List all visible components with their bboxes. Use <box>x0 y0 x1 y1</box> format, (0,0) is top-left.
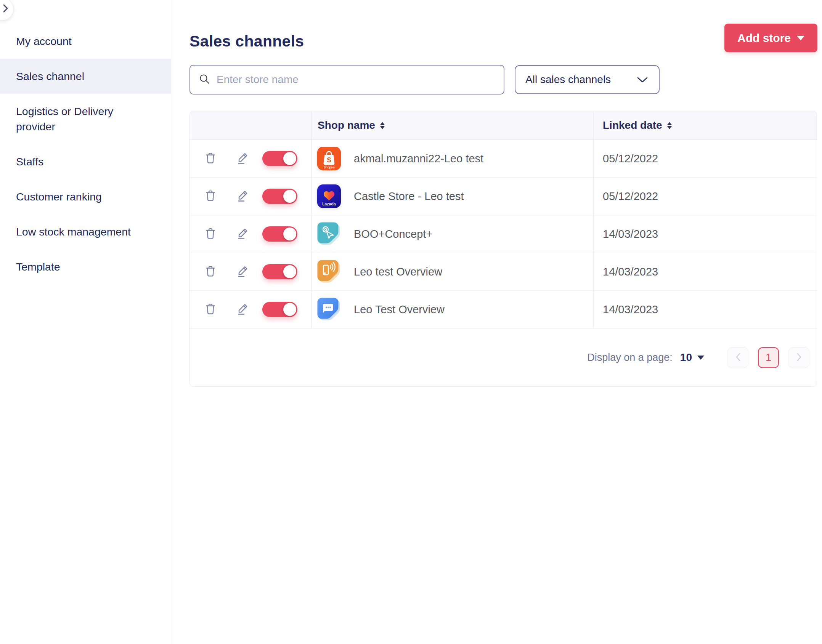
sidebar-item-customer-ranking[interactable]: Customer ranking <box>0 179 171 214</box>
edit-button[interactable] <box>236 264 249 279</box>
toggle-knob <box>283 190 296 203</box>
edit-button[interactable] <box>236 227 249 242</box>
channel-enabled-toggle[interactable] <box>262 189 297 204</box>
chat-bubble-icon <box>317 297 341 322</box>
shop-cell: Leo Test Overview <box>311 291 593 328</box>
toggle-knob <box>283 303 296 316</box>
shop-name: Castle Store - Leo test <box>354 190 464 203</box>
sidebar-item-sales-channel[interactable]: Sales channel <box>0 59 171 94</box>
page-title: Sales channels <box>189 32 304 50</box>
chevron-left-icon <box>735 352 741 363</box>
add-store-label: Add store <box>737 32 791 45</box>
delete-button[interactable] <box>204 302 217 317</box>
sort-icon[interactable] <box>667 122 672 129</box>
column-header-linked-date[interactable]: Linked date <box>593 111 817 139</box>
lazada-icon: Lazada <box>317 184 341 208</box>
store-search <box>189 65 504 95</box>
card-contactless-icon <box>317 260 341 284</box>
pencil-icon <box>236 264 249 279</box>
shop-name-header-label: Shop name <box>318 119 375 131</box>
row-actions <box>190 291 311 328</box>
shop-cell: SShopee akmal.muzanni22-Leo test <box>311 140 593 177</box>
pencil-icon <box>236 227 249 242</box>
table-footer: Display on a page: 10 1 <box>190 328 817 386</box>
chevron-down-icon <box>637 74 648 86</box>
row-actions <box>190 140 311 177</box>
sidebar-item-my-account[interactable]: My account <box>0 24 171 59</box>
click-cursor-icon <box>317 222 341 246</box>
shop-name: Leo test Overview <box>354 266 442 278</box>
trash-icon <box>204 264 217 279</box>
table-row: Lazada Castle Store - Leo test 05/12/202… <box>190 178 817 215</box>
toggle-knob <box>283 152 296 165</box>
edit-button[interactable] <box>236 189 249 204</box>
svg-text:S: S <box>327 156 331 164</box>
shop-cell: Leo test Overview <box>311 253 593 290</box>
row-actions <box>190 178 311 215</box>
channel-filter-select[interactable]: All sales channels <box>515 65 660 94</box>
delete-button[interactable] <box>204 264 217 279</box>
table-row: BOO+Concept+ 14/03/2023 <box>190 215 817 253</box>
edit-button[interactable] <box>236 302 249 317</box>
sidebar-nav: My account Sales channel Logistics or De… <box>0 0 171 284</box>
next-page-button[interactable] <box>788 347 809 368</box>
trash-icon <box>204 302 217 317</box>
shop-cell: Lazada Castle Store - Leo test <box>311 178 593 215</box>
page-1-button[interactable]: 1 <box>758 347 779 368</box>
sidebar-item-logistics[interactable]: Logistics or Delivery provider <box>0 94 171 144</box>
toggle-knob <box>283 227 296 240</box>
lazada-icon-label: Lazada <box>322 202 336 206</box>
search-input[interactable] <box>216 73 495 86</box>
channel-filter-value: All sales channels <box>525 74 611 86</box>
toggle-knob <box>283 265 296 278</box>
caret-down-icon <box>797 36 804 40</box>
search-icon <box>199 73 210 86</box>
row-actions <box>190 215 311 253</box>
trash-icon <box>204 189 217 204</box>
channel-enabled-toggle[interactable] <box>262 151 297 166</box>
sort-icon[interactable] <box>380 122 385 129</box>
shop-cell: BOO+Concept+ <box>311 215 593 253</box>
sales-channels-page: Sales channels Add store All sales chann… <box>171 0 822 644</box>
page-size-value[interactable]: 10 <box>680 351 692 364</box>
edit-button[interactable] <box>236 151 249 166</box>
linked-date-cell: 14/03/2023 <box>593 215 817 253</box>
page-size-caret-icon[interactable] <box>697 356 704 360</box>
pencil-icon <box>236 189 249 204</box>
sales-channels-table: Shop name Linked date <box>189 111 817 387</box>
shop-name: akmal.muzanni22-Leo test <box>354 152 483 165</box>
add-store-button[interactable]: Add store <box>724 24 817 52</box>
pencil-icon <box>236 302 249 317</box>
table-row: Leo test Overview 14/03/2023 <box>190 253 817 291</box>
trash-icon <box>204 151 217 166</box>
delete-button[interactable] <box>204 227 217 242</box>
channel-enabled-toggle[interactable] <box>262 302 297 317</box>
table-row: Leo Test Overview 14/03/2023 <box>190 291 817 328</box>
shop-name: Leo Test Overview <box>354 303 445 316</box>
delete-button[interactable] <box>204 189 217 204</box>
delete-button[interactable] <box>204 151 217 166</box>
shop-name: BOO+Concept+ <box>354 228 432 240</box>
trash-icon <box>204 227 217 242</box>
column-header-actions <box>190 111 311 139</box>
page-size-label: Display on a page: <box>587 352 673 364</box>
channel-enabled-toggle[interactable] <box>262 226 297 242</box>
chevron-right-icon <box>796 352 802 363</box>
sidebar-item-template[interactable]: Template <box>0 249 171 284</box>
linked-date-cell: 05/12/2022 <box>593 178 817 215</box>
linked-date-cell: 14/03/2023 <box>593 291 817 328</box>
channel-enabled-toggle[interactable] <box>262 264 297 279</box>
prev-page-button[interactable] <box>727 347 748 368</box>
table-row: SShopee akmal.muzanni22-Leo test 05/12/2… <box>190 140 817 178</box>
column-header-shop-name[interactable]: Shop name <box>311 111 593 139</box>
row-actions <box>190 253 311 290</box>
settings-sidebar: My account Sales channel Logistics or De… <box>0 0 171 644</box>
linked-date-cell: 14/03/2023 <box>593 253 817 290</box>
sidebar-item-staffs[interactable]: Staffs <box>0 144 171 179</box>
sidebar-item-low-stock[interactable]: Low stock management <box>0 214 171 249</box>
table-header: Shop name Linked date <box>190 111 817 140</box>
shopee-icon-label: Shopee <box>323 165 335 169</box>
linked-date-cell: 05/12/2022 <box>593 140 817 177</box>
chevron-right-icon <box>3 3 9 15</box>
pencil-icon <box>236 151 249 166</box>
